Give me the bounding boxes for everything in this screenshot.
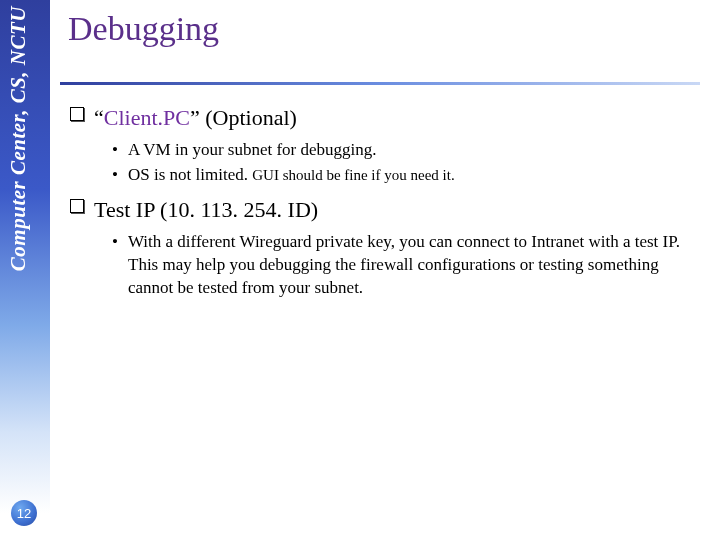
bullet-text: A VM in your subnet for debugging. <box>128 140 377 159</box>
clientpc-bullets: A VM in your subnet for debugging. OS is… <box>112 139 700 187</box>
content-area: “Client.PC” (Optional) A VM in your subn… <box>70 104 700 310</box>
slide: Computer Center, CS, NCTU Debugging “Cli… <box>0 0 720 540</box>
section-testip: Test IP (10. 113. 254. ID) <box>70 196 700 225</box>
section-clientpc: “Client.PC” (Optional) <box>70 104 700 133</box>
heading-link-clientpc: Client.PC <box>104 105 190 130</box>
testip-bullets: With a different Wireguard private key, … <box>112 231 700 300</box>
heading-suffix: ” (Optional) <box>190 105 297 130</box>
heading-prefix: “ <box>94 105 104 130</box>
bullet-text-main: OS is not limited. <box>128 165 252 184</box>
page-title: Debugging <box>68 10 219 48</box>
page-number: 12 <box>17 506 31 521</box>
heading-text: Test IP (10. 113. 254. ID) <box>94 197 318 222</box>
checkbox-icon <box>70 107 84 121</box>
bullet-text: With a different Wireguard private key, … <box>128 232 680 297</box>
title-underline <box>60 82 700 85</box>
bullet-text-fine: GUI should be fine if you need it. <box>252 167 454 183</box>
sidebar-label: Computer Center, CS, NCTU <box>6 6 44 271</box>
list-item: With a different Wireguard private key, … <box>112 231 700 300</box>
page-number-badge: 12 <box>11 500 37 526</box>
checkbox-icon <box>70 199 84 213</box>
list-item: A VM in your subnet for debugging. <box>112 139 700 162</box>
list-item: OS is not limited. GUI should be fine if… <box>112 164 700 187</box>
